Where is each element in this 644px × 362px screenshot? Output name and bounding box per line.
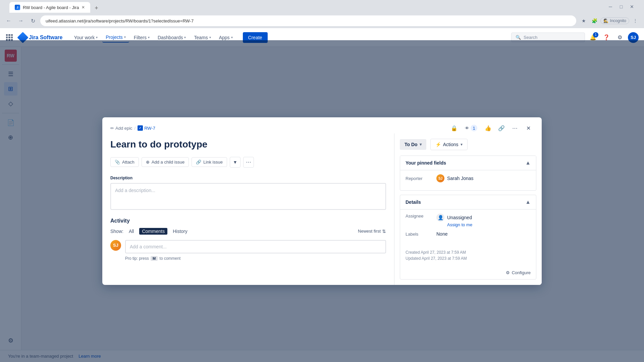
incognito-label: Incognito xyxy=(610,18,626,23)
assign-me-link[interactable]: Assign to me xyxy=(447,222,472,227)
pro-tip-key: M xyxy=(151,256,158,261)
action-buttons: 📎 Attach ⊕ Add a child issue 🔗 Link issu… xyxy=(110,157,386,168)
modal-main: Learn to do prototype 📎 Attach ⊕ Add a c… xyxy=(102,133,394,285)
issue-modal: ✏ Add epic / ✓ RW-7 🔒 👁 1 👍 🔗 ⋯ ✕ xyxy=(102,117,542,285)
back-btn[interactable]: ← xyxy=(4,16,13,25)
details-collapse-icon: ▲ xyxy=(525,199,531,205)
history-tab[interactable]: History xyxy=(171,228,189,235)
more-actions-btn[interactable]: ⋯ xyxy=(243,157,254,168)
actions-label: Actions xyxy=(443,142,459,147)
updated-label: Updated April 27, 2023 at 7:59 AM xyxy=(406,256,531,261)
pinned-fields-section: Your pinned fields ▲ Reporter SJ Sarah J… xyxy=(400,156,536,191)
maximize-btn[interactable]: □ xyxy=(617,3,625,11)
comment-row: SJ Add a comment... xyxy=(110,240,386,253)
forward-btn[interactable]: → xyxy=(16,16,25,25)
share-btn[interactable]: 🔗 xyxy=(496,123,507,133)
more-options-btn[interactable]: ⋯ xyxy=(509,123,520,133)
browser-actions: ★ 🧩 🕵 Incognito ⋮ xyxy=(579,16,640,25)
sort-btn[interactable]: Newest first ⇅ xyxy=(358,229,386,234)
close-modal-btn[interactable]: ✕ xyxy=(523,123,534,133)
status-row: To Do ▾ ⚡ Actions ▾ xyxy=(400,139,536,150)
eye-icon: 👁 xyxy=(465,126,469,131)
details-label: Details xyxy=(406,199,421,205)
browser-chrome: J RW board - Agile board - Jira ✕ + ─ □ … xyxy=(0,0,644,28)
attach-btn[interactable]: 📎 Attach xyxy=(110,157,139,167)
like-btn[interactable]: 👍 xyxy=(483,123,493,133)
pro-tip-text: Pro tip: xyxy=(125,256,138,261)
pro-tip: Pro tip: press M to comment xyxy=(125,256,386,261)
add-epic-breadcrumb[interactable]: ✏ Add epic xyxy=(110,126,132,131)
teams-chevron: ▾ xyxy=(209,36,211,39)
description-placeholder: Add a description... xyxy=(115,188,155,193)
actions-chevron: ▾ xyxy=(461,142,463,147)
link-issue-label: Link issue xyxy=(203,160,223,165)
configure-btn[interactable]: ⚙ Configure xyxy=(506,270,531,275)
meta-info: Created April 27, 2023 at 7:59 AM Update… xyxy=(400,250,536,266)
search-icon: 🔍 xyxy=(516,35,521,40)
show-label: Show: xyxy=(110,229,123,234)
pinned-header-label: Your pinned fields xyxy=(406,160,446,166)
configure-label: Configure xyxy=(512,270,531,275)
bookmark-btn[interactable]: ★ xyxy=(579,16,588,25)
address-bar[interactable]: uifeed.atlassian.net/jira/software/proje… xyxy=(40,15,576,26)
actions-dropdown-btn[interactable]: ⚡ Actions ▾ xyxy=(430,139,468,150)
add-child-issue-btn[interactable]: ⊕ Add a child issue xyxy=(142,157,189,167)
refresh-btn[interactable]: ↻ xyxy=(28,16,38,25)
modal-body: Learn to do prototype 📎 Attach ⊕ Add a c… xyxy=(102,133,542,285)
modal-overlay: ✏ Add epic / ✓ RW-7 🔒 👁 1 👍 🔗 ⋯ ✕ xyxy=(0,40,644,362)
reporter-name: Sarah Jonas xyxy=(447,176,474,181)
configure-icon: ⚙ xyxy=(506,270,510,275)
comment-input[interactable]: Add a comment... xyxy=(125,240,386,253)
assignee-label: Assignee xyxy=(406,214,432,219)
close-btn[interactable]: ✕ xyxy=(628,3,636,11)
all-tab[interactable]: All xyxy=(127,228,136,235)
expand-actions-btn[interactable]: ▾ xyxy=(230,157,240,168)
notification-badge: 1 xyxy=(593,32,598,38)
more-btn[interactable]: ⋮ xyxy=(631,16,640,25)
browser-addressbar: ← → ↻ uifeed.atlassian.net/jira/software… xyxy=(0,13,644,28)
reporter-value: SJ Sarah Jonas xyxy=(436,174,474,182)
add-child-label: Add a child issue xyxy=(152,160,184,165)
lock-btn[interactable]: 🔒 xyxy=(449,123,460,133)
sort-label: Newest first xyxy=(358,229,381,234)
labels-value: None xyxy=(436,231,447,237)
status-btn[interactable]: To Do ▾ xyxy=(400,139,426,150)
breadcrumb-issue-link[interactable]: ✓ RW-7 xyxy=(138,125,155,131)
incognito-badge[interactable]: 🕵 Incognito xyxy=(600,17,629,24)
extensions-btn[interactable]: 🧩 xyxy=(590,16,599,25)
pinned-header[interactable]: Your pinned fields ▲ xyxy=(400,156,536,170)
new-tab-btn[interactable]: + xyxy=(92,3,101,13)
pinned-collapse-icon: ▲ xyxy=(525,160,531,166)
apps-chevron: ▾ xyxy=(231,36,233,39)
search-placeholder: Search xyxy=(524,35,537,40)
link-issue-btn[interactable]: 🔗 Link issue xyxy=(192,157,227,167)
configure-row: ⚙ Configure xyxy=(400,270,536,279)
dashboards-label: Dashboards xyxy=(158,35,183,40)
filters-label: Filters xyxy=(134,35,147,40)
comment-placeholder: Add a comment... xyxy=(130,244,167,249)
tab-close-btn[interactable]: ✕ xyxy=(82,5,85,10)
details-header[interactable]: Details ▲ xyxy=(400,195,536,209)
jira-logo-label: Jira Software xyxy=(29,35,62,41)
incognito-icon: 🕵 xyxy=(603,18,608,23)
modal-sidebar: To Do ▾ ⚡ Actions ▾ Your pinned fields ▲ xyxy=(394,133,542,285)
url-text: uifeed.atlassian.net/jira/software/proje… xyxy=(46,18,194,23)
description-input[interactable]: Add a description... xyxy=(110,183,386,210)
watch-btn[interactable]: 👁 1 xyxy=(462,123,480,133)
activity-filter-row: Show: All Comments History Newest first … xyxy=(110,228,386,235)
issue-type-icon: ✓ xyxy=(138,125,143,131)
pro-tip-suffix: to comment xyxy=(160,256,181,261)
attach-icon: 📎 xyxy=(115,160,120,165)
active-tab[interactable]: J RW board - Agile board - Jira ✕ xyxy=(9,2,90,13)
labels-field-row: Labels None xyxy=(406,231,531,237)
pencil-icon: ✏ xyxy=(110,126,114,131)
comments-tab[interactable]: Comments xyxy=(139,228,167,235)
status-label: To Do xyxy=(405,142,418,147)
tab-label: RW board - Agile board - Jira xyxy=(23,5,79,10)
description-section: Description Add a description... xyxy=(110,176,386,210)
activity-label: Activity xyxy=(110,218,386,224)
assignee-name: Unassigned xyxy=(447,215,472,220)
add-child-icon: ⊕ xyxy=(146,160,150,165)
minimize-btn[interactable]: ─ xyxy=(606,3,614,11)
details-section: Details ▲ Assignee 👤 Unassigned xyxy=(400,195,536,280)
